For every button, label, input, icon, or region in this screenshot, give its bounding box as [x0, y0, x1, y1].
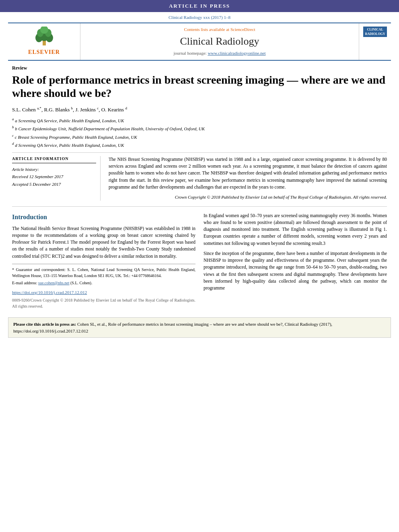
- journal-homepage: journal homepage: www.clinicalradiologyo…: [173, 50, 265, 56]
- affiliations: a a Screening QA Service, Public Health …: [12, 117, 387, 148]
- received-date: Received 12 September 2017: [12, 174, 96, 180]
- journal-meta-header: ELSEVIER Contents lists available at Sci…: [8, 23, 391, 61]
- article-info-title: ARTICLE INFORMATION: [12, 156, 96, 163]
- article-type-label: Review: [12, 65, 387, 72]
- article-info-column: ARTICLE INFORMATION Article history: Rec…: [12, 156, 101, 201]
- article-info-abstract-section: ARTICLE INFORMATION Article history: Rec…: [12, 152, 387, 201]
- intro-right-para-1: In England women aged 50–70 years are sc…: [204, 212, 387, 247]
- citation-bar: Please cite this article in press as: Co…: [8, 317, 391, 338]
- citation-label: Please cite this article in press as:: [13, 322, 76, 327]
- abstract-column: The NHS Breast Screening Programme (NHSB…: [109, 156, 387, 201]
- guarantor-footnote: * Guarantor and correspondent: S. L. Coh…: [12, 267, 195, 279]
- authors-line: S.L. Cohen a,*, R.G. Blanks b, J. Jenkin…: [12, 106, 387, 114]
- doi-section: https://doi.org/10.1016/j.crad.2017.12.0…: [12, 289, 195, 296]
- radiology-logo-box: CLINICALRADIOLOGY: [363, 27, 387, 37]
- copyright-text: Crown Copyright © 2018 Published by Else…: [109, 194, 387, 201]
- intro-left-column: Introduction The National Health Service…: [12, 212, 195, 310]
- intro-para-1: The National Health Service Breast Scree…: [12, 225, 195, 260]
- elsevier-logo: ELSEVIER: [8, 23, 80, 60]
- history-label: Article history:: [12, 166, 96, 173]
- banner-text: ARTICLE IN PRESS: [169, 3, 230, 9]
- introduction-section: Introduction The National Health Service…: [12, 212, 387, 310]
- journal-center-info: Contents lists available at ScienceDirec…: [80, 23, 359, 60]
- email-link[interactable]: sue.cohen@nhs.net: [38, 281, 70, 285]
- radiology-logo: CLINICALRADIOLOGY: [359, 23, 391, 60]
- intro-right-column: In England women aged 50–70 years are sc…: [204, 212, 387, 310]
- journal-title: Clinical Radiology: [180, 34, 259, 49]
- accepted-date: Accepted 5 December 2017: [12, 181, 96, 187]
- abstract-text: The NHS Breast Screening Programme (NHSB…: [109, 156, 387, 191]
- section-divider: [12, 206, 387, 207]
- article-history: Article history: Received 12 September 2…: [12, 166, 96, 187]
- main-content: Review Role of performance metrics in br…: [0, 61, 399, 313]
- elsevier-wordmark: ELSEVIER: [28, 48, 60, 56]
- doi-link[interactable]: https://doi.org/10.1016/j.crad.2017.12.0…: [12, 290, 87, 295]
- issn-line: 0009-9260/Crown Copyright © 2018 Publish…: [12, 297, 195, 309]
- svg-rect-0: [43, 41, 46, 45]
- article-in-press-banner: ARTICLE IN PRESS: [0, 0, 399, 12]
- article-title: Role of performance metrics in breast sc…: [12, 73, 387, 100]
- journal-homepage-link[interactable]: www.clinicalradiologyonline.net: [208, 51, 265, 55]
- email-footnote: E-mail address: sue.cohen@nhs.net (S.L. …: [12, 280, 195, 286]
- introduction-heading: Introduction: [12, 212, 195, 222]
- intro-right-para-2: Since the inception of the programme, th…: [204, 250, 387, 292]
- footnote-section: * Guarantor and correspondent: S. L. Coh…: [12, 264, 195, 286]
- sciencedirect-link: Contents lists available at ScienceDirec…: [184, 27, 255, 33]
- journal-citation: Clinical Radiology xxx (2017) 1–8: [0, 12, 399, 22]
- elsevier-tree-icon: [28, 27, 60, 47]
